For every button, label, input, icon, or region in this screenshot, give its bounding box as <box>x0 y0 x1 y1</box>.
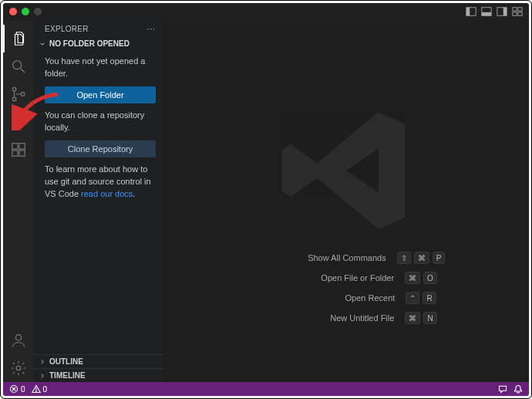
activity-settings[interactable] <box>3 354 34 382</box>
svg-rect-6 <box>513 8 517 11</box>
status-errors[interactable]: 0 <box>9 384 25 394</box>
accounts-icon <box>10 332 27 349</box>
svg-rect-19 <box>19 150 25 156</box>
warning-icon <box>32 384 41 394</box>
clone-repository-button[interactable]: Clone Repository <box>45 140 156 157</box>
no-folder-text: You have not yet opened a folder. <box>45 56 156 80</box>
svg-rect-1 <box>466 8 470 16</box>
svg-rect-9 <box>518 12 522 15</box>
key-ctrl: ⌃ <box>406 292 419 304</box>
svg-rect-18 <box>12 150 18 156</box>
clone-text: You can clone a repository locally. <box>45 110 156 134</box>
bell-icon[interactable] <box>513 384 523 394</box>
key-cmd: ⌘ <box>414 252 429 264</box>
layout-panel-icon[interactable] <box>481 6 492 17</box>
activity-bar <box>3 20 34 382</box>
files-icon <box>11 30 28 47</box>
activity-accounts[interactable] <box>3 326 34 354</box>
minimize-window-icon[interactable] <box>22 8 29 15</box>
svg-point-14 <box>21 93 25 96</box>
layout-primary-icon[interactable] <box>466 6 476 17</box>
explorer-title: EXPLORER <box>45 25 89 33</box>
layout-customize-icon[interactable] <box>512 6 523 17</box>
activity-run-debug[interactable] <box>3 108 34 136</box>
status-warnings[interactable]: 0 <box>32 384 48 394</box>
activity-source-control[interactable] <box>3 80 34 108</box>
svg-point-12 <box>12 87 16 91</box>
key-o: O <box>423 272 437 284</box>
activity-explorer[interactable] <box>3 25 34 52</box>
chevron-right-icon <box>39 372 46 380</box>
vscode-watermark-icon <box>273 97 419 244</box>
outline-label: OUTLINE <box>49 357 83 366</box>
layout-secondary-icon[interactable] <box>497 6 507 17</box>
read-our-docs-link[interactable]: read our docs <box>81 189 133 198</box>
maximize-window-icon[interactable] <box>34 8 42 15</box>
shortcut-open-file: Open File or Folder ⌘ O <box>255 272 437 284</box>
learn-more-text: To learn more about how to use git and s… <box>45 164 156 201</box>
svg-point-21 <box>16 366 21 370</box>
key-shift: ⇧ <box>397 252 411 264</box>
explorer-more-icon[interactable]: ··· <box>147 25 156 33</box>
svg-line-11 <box>21 69 25 73</box>
shortcut-open-recent: Open Recent ⌃ R <box>256 292 436 304</box>
feedback-icon[interactable] <box>498 384 507 394</box>
svg-rect-16 <box>12 144 18 149</box>
welcome-shortcuts: Show All Commands ⇧ ⌘ P Open File or Fol… <box>163 252 529 324</box>
svg-point-26 <box>35 391 36 392</box>
close-window-icon[interactable] <box>9 8 17 15</box>
no-folder-label: NO FOLDER OPENED <box>49 39 130 48</box>
window-controls <box>9 8 42 15</box>
svg-rect-17 <box>19 144 25 149</box>
activity-search[interactable] <box>3 52 34 80</box>
svg-marker-15 <box>15 117 25 128</box>
shortcut-new-file: New Untitled File ⌘ N <box>255 312 436 324</box>
error-icon <box>9 384 19 394</box>
editor-area: Show All Commands ⇧ ⌘ P Open File or Fol… <box>163 20 529 382</box>
svg-point-20 <box>15 335 21 340</box>
chevron-down-icon <box>39 40 46 48</box>
timeline-label: TIMELINE <box>49 371 86 380</box>
extensions-icon <box>10 141 27 158</box>
layout-controls <box>466 6 523 17</box>
key-r: R <box>423 292 436 304</box>
key-cmd: ⌘ <box>405 312 420 324</box>
search-icon <box>10 58 27 75</box>
svg-rect-5 <box>503 8 507 16</box>
activity-extensions[interactable] <box>3 136 34 164</box>
no-folder-section[interactable]: NO FOLDER OPENED <box>34 36 163 51</box>
outline-section[interactable]: OUTLINE <box>34 354 163 368</box>
svg-rect-3 <box>482 12 491 15</box>
key-n: N <box>423 312 436 324</box>
shortcut-show-commands: Show All Commands ⇧ ⌘ P <box>247 252 446 264</box>
svg-rect-7 <box>518 8 522 11</box>
explorer-sidebar: EXPLORER ··· NO FOLDER OPENED You have n… <box>34 20 163 382</box>
source-control-icon <box>10 86 27 103</box>
timeline-section[interactable]: TIMELINE <box>34 368 163 382</box>
svg-point-13 <box>12 97 16 101</box>
run-debug-icon <box>10 113 27 130</box>
key-cmd: ⌘ <box>405 272 420 284</box>
status-bar: 0 0 <box>3 382 529 396</box>
svg-point-10 <box>13 61 22 69</box>
key-p: P <box>433 252 446 264</box>
chevron-right-icon <box>39 358 46 366</box>
settings-gear-icon <box>10 360 27 377</box>
open-folder-button[interactable]: Open Folder <box>45 86 156 103</box>
titlebar <box>3 3 529 20</box>
svg-rect-8 <box>513 12 517 15</box>
